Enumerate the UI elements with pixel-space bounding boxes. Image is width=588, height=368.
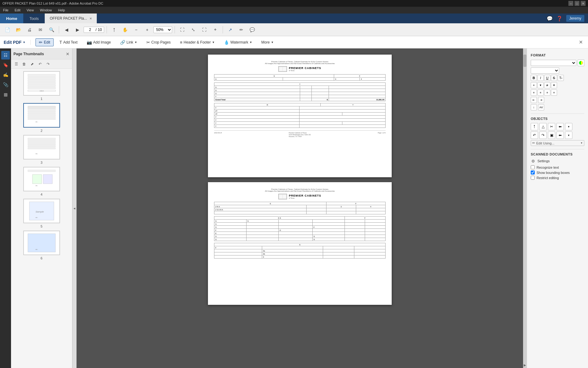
edit-button[interactable]: ✏ Edit — [36, 38, 54, 46]
edit-pdf-chevron[interactable]: ▼ — [23, 41, 25, 44]
unordered-list-down[interactable]: ▼ — [537, 82, 544, 88]
unordered-list-button[interactable]: ≡ — [531, 82, 537, 88]
user-button[interactable]: Jeremy — [566, 15, 584, 22]
restore-button[interactable]: □ — [575, 1, 579, 6]
indent-increase-button[interactable]: ⇥ — [538, 97, 544, 103]
thumbnail-2[interactable]: BBB... 2 — [13, 103, 70, 132]
fit-width-button[interactable]: ⤡ — [188, 25, 198, 35]
show-bounding-boxes-checkbox[interactable] — [531, 171, 535, 174]
help-icon[interactable]: ❓ — [556, 16, 563, 21]
thumb-undo-button[interactable]: ↶ — [37, 61, 43, 67]
arrange-object-button[interactable]: ⬅ — [556, 123, 564, 130]
menu-edit[interactable]: Edit — [13, 8, 22, 13]
crop-object-button[interactable]: ✂ — [548, 123, 555, 130]
show-bounding-boxes-label[interactable]: Show bounding boxes — [537, 171, 570, 174]
thumb-extract-button[interactable]: ⬈ — [29, 61, 36, 67]
zoom-out-button[interactable]: − — [131, 25, 141, 35]
left-icon-layers[interactable]: ▩ — [1, 90, 10, 99]
email-button[interactable]: ✉ — [36, 25, 45, 35]
left-icon-attach[interactable]: 📎 — [1, 80, 10, 89]
group-object-button[interactable]: ▣ — [548, 132, 555, 139]
undo-object-button[interactable]: ↶ — [531, 132, 538, 139]
menu-window[interactable]: Window — [39, 8, 53, 13]
menu-file[interactable]: File — [2, 8, 10, 13]
font-size-select[interactable] — [531, 67, 559, 74]
thumbnail-4[interactable]: BBB... 4 — [13, 167, 70, 196]
recognize-text-checkbox[interactable] — [531, 165, 535, 169]
align-center-button[interactable]: ≡ — [537, 90, 544, 96]
close-button[interactable]: ✕ — [581, 1, 586, 6]
ordered-list-down[interactable]: ▼ — [551, 82, 557, 88]
thumbnails-close-icon[interactable]: ✕ — [66, 52, 70, 56]
more-button[interactable]: More ▼ — [258, 39, 277, 46]
print-button[interactable]: 🖨 — [24, 25, 34, 35]
crop-button[interactable]: ✂ Crop Pages — [143, 38, 174, 46]
superscript-button[interactable]: Tx — [558, 75, 564, 81]
edit-using-button[interactable]: ✏ Edit Using... ▼ — [531, 140, 584, 146]
restrict-editing-checkbox[interactable] — [531, 176, 535, 180]
ordered-list-button[interactable]: ≢ — [544, 82, 550, 88]
align-justify-button[interactable]: ≡ — [551, 90, 557, 96]
zoom-select[interactable]: 50% 75% 100% 125% 150% — [153, 26, 172, 33]
next-page-button[interactable]: ▶ — [73, 25, 82, 35]
add-text-button[interactable]: T Add Text — [56, 38, 81, 46]
arrange-down[interactable]: ▼ — [565, 123, 572, 130]
bold-button[interactable]: B — [531, 75, 537, 81]
line-spacing-button[interactable]: ↕ — [531, 104, 537, 110]
color-picker-button[interactable] — [578, 59, 584, 66]
scroll-thumb[interactable] — [523, 55, 526, 67]
settings-label[interactable]: Settings — [537, 159, 550, 163]
link-button[interactable]: 🔗 Link ▼ — [117, 38, 141, 46]
full-screen-button[interactable]: ⛶ — [199, 25, 209, 35]
thumb-settings-button[interactable]: ☰ — [13, 61, 20, 67]
search-button[interactable]: 🔍 — [47, 25, 56, 35]
menu-view[interactable]: View — [25, 8, 35, 13]
select-tool[interactable]: ↗ — [225, 25, 235, 35]
thumbnail-3[interactable]: BBB... 3 — [13, 135, 70, 164]
restrict-editing-label[interactable]: Restrict editing — [537, 176, 559, 180]
indent-decrease-button[interactable]: ⇤ — [531, 97, 537, 103]
chat-icon[interactable]: 💬 — [547, 16, 553, 21]
underline-button[interactable]: U — [544, 75, 550, 81]
tab-home[interactable]: Home — [0, 13, 23, 23]
select-object-button[interactable]: ⭡ — [531, 123, 538, 130]
left-icon-signature[interactable]: ✍ — [1, 71, 10, 79]
thumbnail-1[interactable]: 13,381.05 1 — [13, 71, 70, 101]
thumb-redo-button[interactable]: ↷ — [45, 61, 51, 67]
char-spacing-button[interactable]: AV — [538, 104, 544, 110]
triangle-object-button[interactable]: △ — [539, 123, 547, 130]
header-footer-button[interactable]: ≡ Header & Footer ▼ — [176, 38, 218, 46]
panel-collapse-button[interactable]: ◄ — [72, 48, 77, 368]
align-right-button[interactable]: ≡ — [544, 90, 550, 96]
left-icon-bookmark[interactable]: 🔖 — [1, 61, 10, 69]
ungroup-down[interactable]: ▼ — [565, 132, 572, 139]
align-left-button[interactable]: ≡ — [531, 90, 537, 96]
comment-tool[interactable]: 💬 — [247, 25, 257, 35]
tab-document[interactable]: OFFER PACKET Pla... ✕ — [45, 13, 97, 23]
scan-button[interactable]: ⌖ — [210, 25, 220, 35]
zoom-in-button[interactable]: + — [142, 25, 152, 35]
thumbnail-5[interactable]: Sample BBB... 5 — [13, 199, 70, 228]
close-panel-button[interactable]: ✕ — [577, 39, 584, 46]
right-scroll-bar[interactable]: ▶ — [523, 48, 527, 368]
hand-tool[interactable]: ✋ — [120, 25, 130, 35]
thumb-delete-button[interactable]: 🗑 — [21, 61, 28, 67]
edit-text-tool[interactable]: ✏ — [236, 25, 246, 35]
font-family-select[interactable] — [531, 60, 576, 66]
left-icon-thumbnail[interactable]: ☷ — [1, 51, 10, 59]
tab-tools[interactable]: Tools — [23, 13, 45, 23]
italic-button[interactable]: I — [537, 75, 544, 81]
strikethrough-button[interactable]: S — [551, 75, 557, 81]
add-image-button[interactable]: 📷 Add Image — [83, 38, 114, 46]
open-button[interactable]: 📂 — [13, 25, 23, 35]
recognize-text-label[interactable]: Recognize text — [537, 166, 559, 169]
minimize-button[interactable]: – — [568, 1, 573, 6]
prev-page-button[interactable]: ◀ — [62, 25, 71, 35]
menu-help[interactable]: Help — [57, 8, 66, 13]
ungroup-object-button[interactable]: ⬅ — [556, 132, 564, 139]
scroll-arrow-right[interactable]: ▶ — [524, 363, 526, 367]
fit-page-button[interactable]: ⛶ — [177, 25, 187, 35]
tab-close-icon[interactable]: ✕ — [89, 17, 92, 20]
redo-object-button[interactable]: ↷ — [539, 132, 547, 139]
pointer-tool[interactable]: ⭡ — [109, 25, 119, 35]
